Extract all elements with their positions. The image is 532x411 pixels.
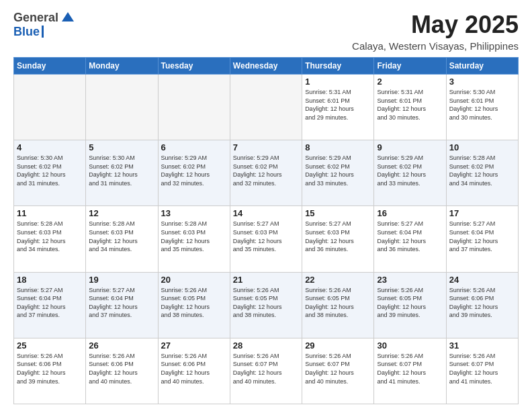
table-row: 6Sunrise: 5:29 AM Sunset: 6:02 PM Daylig… [158, 140, 230, 206]
svg-marker-0 [62, 12, 74, 21]
table-row: 27Sunrise: 5:26 AM Sunset: 6:06 PM Dayli… [158, 338, 230, 404]
day-number: 31 [449, 340, 515, 351]
day-number: 21 [233, 275, 299, 285]
day-number: 2 [377, 77, 443, 87]
table-row [158, 75, 230, 140]
day-info: Sunrise: 5:28 AM Sunset: 6:02 PM Dayligh… [449, 154, 515, 187]
day-number: 6 [161, 142, 227, 152]
table-row: 31Sunrise: 5:26 AM Sunset: 6:07 PM Dayli… [446, 338, 518, 404]
day-info: Sunrise: 5:26 AM Sunset: 6:06 PM Dayligh… [89, 352, 154, 385]
table-row: 5Sunrise: 5:30 AM Sunset: 6:02 PM Daylig… [86, 140, 158, 206]
day-number: 7 [233, 142, 299, 152]
day-info: Sunrise: 5:29 AM Sunset: 6:02 PM Dayligh… [161, 154, 227, 187]
day-number: 16 [377, 208, 443, 218]
table-row: 3Sunrise: 5:30 AM Sunset: 6:01 PM Daylig… [446, 75, 518, 140]
table-row: 15Sunrise: 5:27 AM Sunset: 6:03 PM Dayli… [302, 206, 374, 272]
table-row: 18Sunrise: 5:27 AM Sunset: 6:04 PM Dayli… [14, 272, 86, 338]
day-info: Sunrise: 5:26 AM Sunset: 6:05 PM Dayligh… [161, 286, 227, 320]
day-number: 5 [89, 142, 154, 152]
table-row: 9Sunrise: 5:29 AM Sunset: 6:02 PM Daylig… [374, 140, 446, 206]
table-row: 1Sunrise: 5:31 AM Sunset: 6:01 PM Daylig… [302, 75, 374, 140]
col-monday: Monday [86, 58, 158, 75]
day-number: 12 [89, 208, 154, 218]
table-row: 30Sunrise: 5:26 AM Sunset: 6:07 PM Dayli… [374, 338, 446, 404]
logo-blue-text: Blue [13, 25, 40, 39]
day-info: Sunrise: 5:29 AM Sunset: 6:02 PM Dayligh… [233, 154, 299, 187]
day-info: Sunrise: 5:26 AM Sunset: 6:05 PM Dayligh… [377, 286, 443, 320]
day-number: 1 [305, 77, 371, 87]
logo-general-text: General [13, 11, 58, 25]
day-info: Sunrise: 5:28 AM Sunset: 6:03 PM Dayligh… [161, 220, 227, 253]
day-number: 10 [449, 142, 515, 152]
day-info: Sunrise: 5:26 AM Sunset: 6:05 PM Dayligh… [305, 286, 371, 320]
table-row: 8Sunrise: 5:29 AM Sunset: 6:02 PM Daylig… [302, 140, 374, 206]
day-info: Sunrise: 5:28 AM Sunset: 6:03 PM Dayligh… [89, 220, 154, 253]
day-info: Sunrise: 5:30 AM Sunset: 6:02 PM Dayligh… [89, 154, 154, 187]
day-info: Sunrise: 5:26 AM Sunset: 6:06 PM Dayligh… [161, 352, 227, 385]
col-sunday: Sunday [14, 58, 86, 75]
day-number: 27 [161, 340, 227, 351]
day-info: Sunrise: 5:29 AM Sunset: 6:02 PM Dayligh… [377, 154, 443, 187]
table-row: 10Sunrise: 5:28 AM Sunset: 6:02 PM Dayli… [446, 140, 518, 206]
table-row: 24Sunrise: 5:26 AM Sunset: 6:06 PM Dayli… [446, 272, 518, 338]
calendar-table: Sunday Monday Tuesday Wednesday Thursday… [13, 57, 519, 404]
day-info: Sunrise: 5:26 AM Sunset: 6:06 PM Dayligh… [17, 352, 83, 385]
day-info: Sunrise: 5:27 AM Sunset: 6:03 PM Dayligh… [305, 220, 371, 253]
day-number: 4 [17, 142, 83, 152]
day-number: 26 [89, 340, 154, 351]
table-row: 26Sunrise: 5:26 AM Sunset: 6:06 PM Dayli… [86, 338, 158, 404]
table-row: 22Sunrise: 5:26 AM Sunset: 6:05 PM Dayli… [302, 272, 374, 338]
col-friday: Friday [374, 58, 446, 75]
calendar-week-row: 25Sunrise: 5:26 AM Sunset: 6:06 PM Dayli… [14, 338, 519, 404]
logo-icon [62, 11, 74, 23]
day-number: 13 [161, 208, 227, 218]
day-info: Sunrise: 5:31 AM Sunset: 6:01 PM Dayligh… [377, 88, 443, 122]
main-title: May 2025 [352, 11, 519, 39]
day-number: 22 [305, 275, 371, 285]
calendar-week-row: 11Sunrise: 5:28 AM Sunset: 6:03 PM Dayli… [14, 206, 519, 272]
day-number: 11 [17, 208, 83, 218]
day-info: Sunrise: 5:26 AM Sunset: 6:05 PM Dayligh… [233, 286, 299, 320]
col-wednesday: Wednesday [230, 58, 302, 75]
table-row: 14Sunrise: 5:27 AM Sunset: 6:03 PM Dayli… [230, 206, 302, 272]
day-info: Sunrise: 5:27 AM Sunset: 6:04 PM Dayligh… [449, 220, 515, 253]
table-row [14, 75, 86, 140]
day-info: Sunrise: 5:27 AM Sunset: 6:04 PM Dayligh… [377, 220, 443, 253]
day-info: Sunrise: 5:27 AM Sunset: 6:04 PM Dayligh… [17, 286, 83, 320]
day-number: 9 [377, 142, 443, 152]
table-row: 16Sunrise: 5:27 AM Sunset: 6:04 PM Dayli… [374, 206, 446, 272]
day-info: Sunrise: 5:30 AM Sunset: 6:02 PM Dayligh… [17, 154, 83, 187]
table-row: 7Sunrise: 5:29 AM Sunset: 6:02 PM Daylig… [230, 140, 302, 206]
day-number: 24 [449, 275, 515, 285]
day-number: 18 [17, 275, 83, 285]
table-row: 4Sunrise: 5:30 AM Sunset: 6:02 PM Daylig… [14, 140, 86, 206]
day-number: 3 [449, 77, 515, 87]
table-row: 28Sunrise: 5:26 AM Sunset: 6:07 PM Dayli… [230, 338, 302, 404]
title-block: May 2025 Calaya, Western Visayas, Philip… [352, 11, 519, 52]
calendar-week-row: 18Sunrise: 5:27 AM Sunset: 6:04 PM Dayli… [14, 272, 519, 338]
table-row: 2Sunrise: 5:31 AM Sunset: 6:01 PM Daylig… [374, 75, 446, 140]
day-number: 8 [305, 142, 371, 152]
day-number: 20 [161, 275, 227, 285]
day-number: 23 [377, 275, 443, 285]
day-number: 14 [233, 208, 299, 218]
day-info: Sunrise: 5:26 AM Sunset: 6:07 PM Dayligh… [305, 352, 371, 385]
day-info: Sunrise: 5:30 AM Sunset: 6:01 PM Dayligh… [449, 88, 515, 122]
day-info: Sunrise: 5:26 AM Sunset: 6:06 PM Dayligh… [449, 286, 515, 320]
page: General Blue May 2025 Calaya, Western Vi… [0, 0, 532, 411]
table-row: 12Sunrise: 5:28 AM Sunset: 6:03 PM Dayli… [86, 206, 158, 272]
day-info: Sunrise: 5:31 AM Sunset: 6:01 PM Dayligh… [305, 88, 371, 122]
header: General Blue May 2025 Calaya, Western Vi… [13, 11, 519, 52]
table-row: 29Sunrise: 5:26 AM Sunset: 6:07 PM Dayli… [302, 338, 374, 404]
col-thursday: Thursday [302, 58, 374, 75]
day-number: 15 [305, 208, 371, 218]
table-row: 11Sunrise: 5:28 AM Sunset: 6:03 PM Dayli… [14, 206, 86, 272]
day-info: Sunrise: 5:26 AM Sunset: 6:07 PM Dayligh… [377, 352, 443, 385]
table-row: 13Sunrise: 5:28 AM Sunset: 6:03 PM Dayli… [158, 206, 230, 272]
day-number: 19 [89, 275, 154, 285]
table-row: 19Sunrise: 5:27 AM Sunset: 6:04 PM Dayli… [86, 272, 158, 338]
table-row: 17Sunrise: 5:27 AM Sunset: 6:04 PM Dayli… [446, 206, 518, 272]
day-number: 25 [17, 340, 83, 351]
col-tuesday: Tuesday [158, 58, 230, 75]
table-row: 25Sunrise: 5:26 AM Sunset: 6:06 PM Dayli… [14, 338, 86, 404]
